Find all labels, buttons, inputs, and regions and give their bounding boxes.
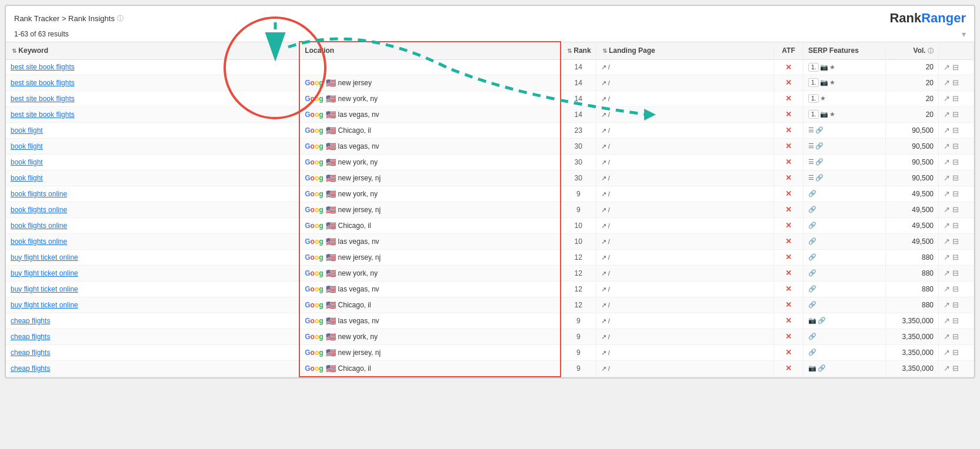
landing-page-link[interactable]: ↗ / [601,190,610,198]
trend-icon[interactable]: ↗ [944,126,950,135]
landing-page-link[interactable]: ↗ / [601,270,610,277]
history-icon[interactable]: ⊟ [952,300,959,309]
keyword-link[interactable]: buy flight ticket online [11,253,78,262]
keyword-cell[interactable]: buy flight ticket online [6,297,299,313]
landing-page-link[interactable]: ↗ / [601,238,610,246]
history-icon[interactable]: ⊟ [952,142,959,150]
col-header-keyword[interactable]: ⇅ Keyword [6,42,299,59]
trend-icon[interactable]: ↗ [944,364,950,373]
landing-page-link[interactable]: ↗ / [601,206,610,214]
history-icon[interactable]: ⊟ [952,284,959,293]
keyword-cell[interactable]: book flights online [6,202,299,217]
landing-page-link[interactable]: ↗ / [601,254,610,262]
landing-page-link[interactable]: ↗ / [601,63,610,71]
landing-page-link[interactable]: ↗ / [601,175,610,182]
keyword-link[interactable]: cheap flights [11,349,50,357]
keyword-link[interactable]: book flight [11,142,43,150]
keyword-cell[interactable]: buy flight ticket online [6,265,299,281]
history-icon[interactable]: ⊟ [952,348,959,357]
history-icon[interactable]: ⊟ [952,237,959,246]
trend-icon[interactable]: ↗ [944,348,950,357]
keyword-cell[interactable]: cheap flights [6,313,299,329]
trend-icon[interactable]: ↗ [944,253,950,262]
keyword-link[interactable]: cheap flights [11,364,50,373]
landing-page-link[interactable]: ↗ / [601,111,610,119]
keyword-link[interactable]: book flight [11,126,43,135]
history-icon[interactable]: ⊟ [952,269,959,277]
keyword-cell[interactable]: book flights online [6,233,299,249]
keyword-link[interactable]: best site book flights [11,79,75,87]
keyword-link[interactable]: best site book flights [11,110,75,119]
keyword-cell[interactable]: book flights online [6,217,299,233]
keyword-link[interactable]: buy flight ticket online [11,285,78,293]
landing-page-link[interactable]: ↗ / [601,317,610,325]
history-icon[interactable]: ⊟ [952,189,959,198]
trend-icon[interactable]: ↗ [944,142,950,150]
trend-icon[interactable]: ↗ [944,221,950,230]
keyword-cell[interactable]: best site book flights [6,91,299,106]
keyword-link[interactable]: book flights online [11,237,67,246]
keyword-cell[interactable]: best site book flights [6,59,299,75]
trend-icon[interactable]: ↗ [944,205,950,214]
landing-page-link[interactable]: ↗ / [601,301,610,309]
trend-icon[interactable]: ↗ [944,269,950,277]
trend-icon[interactable]: ↗ [944,158,950,166]
keyword-link[interactable]: cheap flights [11,333,50,341]
keyword-link[interactable]: best site book flights [11,95,75,103]
trend-icon[interactable]: ↗ [944,284,950,293]
landing-page-link[interactable]: ↗ / [601,222,610,230]
trend-icon[interactable]: ↗ [944,63,950,72]
history-icon[interactable]: ⊟ [952,78,959,87]
keyword-link[interactable]: book flight [11,158,43,166]
history-icon[interactable]: ⊟ [952,110,959,119]
keyword-link[interactable]: cheap flights [11,317,50,325]
keyword-link[interactable]: book flights online [11,222,67,230]
keyword-cell[interactable]: best site book flights [6,106,299,122]
landing-page-link[interactable]: ↗ / [601,365,610,373]
landing-page-link[interactable]: ↗ / [601,333,610,341]
history-icon[interactable]: ⊟ [952,364,959,373]
landing-page-link[interactable]: ↗ / [601,286,610,293]
keyword-cell[interactable]: book flight [6,170,299,186]
keyword-cell[interactable]: best site book flights [6,75,299,91]
landing-page-link[interactable]: ↗ / [601,143,610,150]
history-icon[interactable]: ⊟ [952,253,959,262]
landing-page-link[interactable]: ↗ / [601,349,610,357]
trend-icon[interactable]: ↗ [944,173,950,182]
keyword-cell[interactable]: cheap flights [6,344,299,360]
col-header-landing[interactable]: ⇅ Landing Page [596,42,774,59]
landing-page-link[interactable]: ↗ / [601,79,610,87]
history-icon[interactable]: ⊟ [952,126,959,135]
trend-icon[interactable]: ↗ [944,316,950,325]
trend-icon[interactable]: ↗ [944,94,950,103]
keyword-link[interactable]: book flight [11,174,43,182]
col-header-rank[interactable]: ⇅ Rank [561,42,596,59]
keyword-link[interactable]: buy flight ticket online [11,269,78,277]
landing-page-link[interactable]: ↗ / [601,159,610,166]
landing-page-link[interactable]: ↗ / [601,127,610,135]
history-icon[interactable]: ⊟ [952,173,959,182]
keyword-cell[interactable]: book flight [6,122,299,138]
trend-icon[interactable]: ↗ [944,78,950,87]
history-icon[interactable]: ⊟ [952,158,959,166]
history-icon[interactable]: ⊟ [952,94,959,103]
keyword-cell[interactable]: buy flight ticket online [6,281,299,297]
keyword-link[interactable]: buy flight ticket online [11,301,78,309]
keyword-cell[interactable]: book flight [6,138,299,154]
keyword-link[interactable]: book flights online [11,206,67,214]
history-icon[interactable]: ⊟ [952,316,959,325]
keyword-link[interactable]: book flights online [11,190,67,198]
history-icon[interactable]: ⊟ [952,63,959,72]
filter-icon[interactable]: ▾ [962,29,966,39]
keyword-link[interactable]: best site book flights [11,63,75,71]
trend-icon[interactable]: ↗ [944,300,950,309]
keyword-cell[interactable]: book flights online [6,186,299,202]
trend-icon[interactable]: ↗ [944,189,950,198]
trend-icon[interactable]: ↗ [944,332,950,341]
info-icon[interactable]: ⓘ [117,14,124,23]
history-icon[interactable]: ⊟ [952,332,959,341]
history-icon[interactable]: ⊟ [952,205,959,214]
landing-page-link[interactable]: ↗ / [601,95,610,103]
keyword-cell[interactable]: buy flight ticket online [6,249,299,265]
keyword-cell[interactable]: book flight [6,154,299,170]
